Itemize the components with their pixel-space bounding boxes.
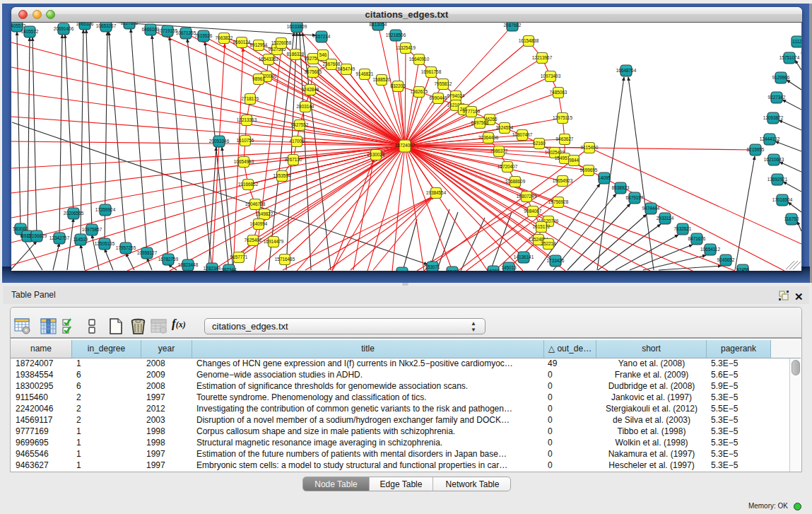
svg-text:2087682: 2087682: [504, 23, 522, 28]
svg-text:16154838: 16154838: [519, 38, 539, 43]
svg-text:12093872: 12093872: [763, 115, 784, 120]
svg-text:1733426: 1733426: [547, 258, 565, 263]
svg-text:1405572: 1405572: [21, 29, 39, 34]
svg-text:2803144: 2803144: [297, 104, 314, 109]
svg-text:1610755: 1610755: [237, 138, 254, 143]
svg-text:12213363: 12213363: [237, 117, 257, 122]
svg-text:832203: 832203: [390, 83, 406, 88]
svg-text:8813054: 8813054: [370, 23, 387, 27]
svg-text:10975857: 10975857: [82, 227, 102, 232]
svg-text:20206555: 20206555: [64, 211, 84, 216]
svg-text:12444132: 12444132: [760, 136, 780, 141]
svg-text:1112: 1112: [792, 39, 801, 44]
svg-text:16961758: 16961758: [421, 69, 442, 74]
svg-text:7955812: 7955812: [435, 81, 452, 86]
svg-text:18724007: 18724007: [395, 143, 416, 148]
svg-text:11325419: 11325419: [396, 45, 416, 50]
svg-text:15720407: 15720407: [498, 164, 518, 169]
svg-text:9245: 9245: [447, 269, 458, 271]
svg-text:114519: 114519: [73, 237, 88, 242]
svg-text:12342757: 12342757: [49, 235, 70, 240]
svg-text:15716485: 15716485: [275, 257, 295, 262]
svg-text:9657771: 9657771: [230, 255, 248, 259]
svg-text:14136141: 14136141: [514, 255, 534, 259]
svg-text:9427552: 9427552: [291, 122, 309, 127]
svg-text:16201: 16201: [487, 269, 500, 271]
svg-text:2718176: 2718176: [242, 96, 259, 101]
svg-text:10973493: 10973493: [541, 74, 561, 78]
svg-text:1065326: 1065326: [76, 23, 94, 26]
svg-text:13692921: 13692921: [767, 177, 788, 182]
svg-text:18807249: 18807249: [517, 194, 537, 199]
svg-text:9129966: 9129966: [772, 75, 790, 80]
svg-text:7986372: 7986372: [490, 148, 508, 153]
svg-text:16046788: 16046788: [245, 201, 266, 206]
svg-text:12975115: 12975115: [553, 115, 572, 120]
svg-text:98961: 98961: [252, 76, 265, 81]
svg-text:982344: 982344: [221, 267, 237, 271]
svg-text:9463627: 9463627: [556, 136, 574, 141]
svg-text:14095: 14095: [598, 175, 611, 180]
svg-text:62160: 62160: [533, 141, 546, 146]
svg-text:9242848: 9242848: [302, 87, 319, 92]
svg-text:116753: 116753: [784, 216, 799, 221]
svg-text:8938923: 8938923: [612, 185, 630, 190]
svg-text:252214: 252214: [541, 241, 556, 246]
svg-text:1282344: 1282344: [204, 266, 221, 271]
svg-text:19166852: 19166852: [238, 182, 259, 187]
svg-text:9227342: 9227342: [768, 95, 786, 100]
svg-text:12505135: 12505135: [95, 241, 115, 246]
svg-text:16914479: 16914479: [264, 239, 284, 244]
svg-text:8660124: 8660124: [233, 40, 251, 45]
svg-text:3267130: 3267130: [285, 157, 302, 162]
svg-text:7515526: 7515526: [195, 33, 213, 38]
svg-text:92456: 92456: [736, 267, 749, 271]
svg-text:7485063: 7485063: [550, 90, 567, 95]
svg-text:16210643: 16210643: [764, 157, 784, 162]
svg-text:2530028: 2530028: [367, 152, 385, 157]
svg-text:9844: 9844: [569, 158, 579, 163]
svg-text:8912954: 8912954: [250, 42, 268, 47]
svg-text:3675685: 3675685: [305, 69, 322, 74]
svg-text:7663822: 7663822: [216, 35, 233, 40]
svg-text:17359924: 17359924: [95, 207, 116, 212]
svg-text:1588520: 1588520: [373, 77, 391, 82]
svg-text:16033809: 16033809: [287, 24, 307, 29]
svg-text:10671355: 10671355: [176, 30, 196, 35]
svg-text:10688609: 10688609: [505, 179, 526, 184]
svg-text:19654923: 19654923: [553, 178, 573, 183]
svg-text:10807487: 10807487: [512, 132, 533, 137]
svg-text:19756928: 19756928: [548, 199, 569, 204]
svg-text:8454749: 8454749: [338, 66, 355, 71]
svg-text:9146821: 9146821: [356, 71, 374, 76]
svg-text:2367608: 2367608: [323, 62, 341, 66]
svg-text:20053346: 20053346: [209, 139, 230, 144]
svg-text:17016504: 17016504: [772, 197, 793, 202]
svg-text:8215955: 8215955: [747, 147, 765, 152]
svg-text:153071: 153071: [425, 264, 440, 269]
svg-text:1615172: 1615172: [533, 224, 551, 229]
svg-text:417006: 417006: [289, 139, 305, 144]
svg-text:9699695: 9699695: [580, 168, 598, 173]
svg-text:6794024: 6794024: [447, 93, 465, 98]
svg-text:10719155: 10719155: [158, 28, 178, 33]
svg-text:1362615: 1362615: [411, 89, 428, 94]
svg-text:1527602: 1527602: [121, 23, 139, 25]
svg-text:7632621: 7632621: [674, 226, 692, 231]
svg-text:16782759: 16782759: [158, 257, 179, 262]
svg-text:145013: 145013: [501, 265, 517, 270]
svg-text:3624554: 3624554: [496, 125, 514, 130]
svg-text:8471676: 8471676: [688, 236, 706, 241]
svg-text:10653267: 10653267: [96, 23, 117, 28]
svg-text:1405572: 1405572: [11, 23, 26, 28]
svg-text:12156829: 12156829: [27, 233, 47, 238]
svg-text:19218506: 19218506: [386, 33, 406, 37]
svg-text:12213967: 12213967: [532, 55, 553, 60]
svg-text:9084067: 9084067: [524, 209, 542, 214]
svg-text:9115460: 9115460: [581, 145, 599, 150]
svg-text:7625402: 7625402: [245, 238, 262, 243]
svg-text:15751074: 15751074: [779, 55, 800, 60]
svg-text:6497568: 6497568: [471, 120, 489, 125]
svg-text:10654112: 10654112: [700, 247, 720, 252]
svg-text:1549822: 1549822: [256, 211, 273, 216]
